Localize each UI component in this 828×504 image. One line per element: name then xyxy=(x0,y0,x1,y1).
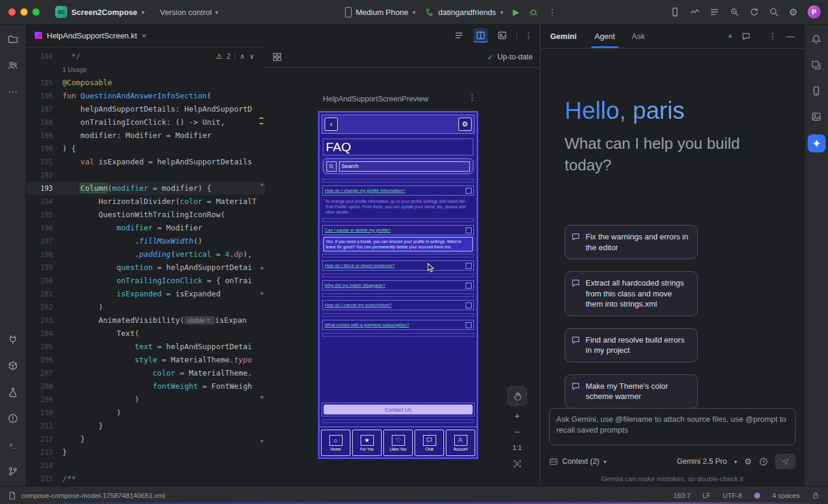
expand-icon[interactable] xyxy=(466,227,472,233)
new-chat-button[interactable]: + xyxy=(728,31,733,41)
context-selector[interactable]: Context (2) xyxy=(562,457,599,466)
minimize-window-button[interactable] xyxy=(20,8,28,16)
expand-icon[interactable] xyxy=(466,188,472,194)
faq-question[interactable]: How do I cancel my subscription? xyxy=(322,300,474,310)
code-line[interactable]: 215/** xyxy=(26,472,265,485)
code-line[interactable]: 186fun QuestionAndAnswerInfoSection( xyxy=(26,89,265,103)
code-line[interactable]: 203 AnimatedVisibility(visible = isExpan xyxy=(26,314,265,327)
code-line[interactable]: 212 } xyxy=(26,433,265,446)
preview-name[interactable]: HelpAndSupportScreenPreview xyxy=(323,95,428,103)
faq-question[interactable]: What comes with a premium subscription? xyxy=(322,320,474,330)
code-line[interactable]: 200 onTrailingIconClick = { onTrai xyxy=(26,274,265,287)
app-inspection-icon[interactable] xyxy=(730,7,739,17)
preview-options-icon[interactable]: ⋮ xyxy=(468,92,476,102)
terminal-tool-button[interactable]: >_ xyxy=(5,437,21,452)
nav-item-for-you[interactable]: ★For You xyxy=(352,430,382,456)
code-line[interactable]: 199 question = helpAndSupportDetai xyxy=(26,261,265,274)
phone-preview[interactable]: ‹ ⚙ FAQ Search How do I change my profil… xyxy=(318,111,478,459)
gemini-input[interactable]: Ask Gemini, use @filename to attach sour… xyxy=(549,408,796,445)
close-tab-icon[interactable]: × xyxy=(142,31,146,40)
design-view-button[interactable] xyxy=(495,28,509,43)
settings-gear-icon[interactable]: ⚙ xyxy=(789,7,797,18)
zoom-actual-size-button[interactable]: 1:1 xyxy=(512,441,521,454)
settings-gear-icon[interactable]: ⚙ xyxy=(458,118,472,131)
more-tool-windows-button[interactable]: ⋯ xyxy=(5,84,21,100)
project-tool-button[interactable] xyxy=(5,31,21,47)
device-selector[interactable]: Medium Phone ▾ xyxy=(345,7,415,17)
attach-context-icon[interactable] xyxy=(549,457,558,466)
preview-grid-icon[interactable] xyxy=(272,52,282,62)
warning-marker[interactable] xyxy=(259,118,263,119)
editor-options-icon[interactable]: ⋮ xyxy=(524,31,533,40)
encoding[interactable]: UTF-8 xyxy=(722,492,742,499)
scrollbar-marker[interactable] xyxy=(260,440,263,442)
code-editor[interactable]: 184 */1 Usage185@Composable186fun Questi… xyxy=(26,47,266,486)
gemini-more-icon[interactable]: ⋮ xyxy=(769,31,777,41)
contact-us-button[interactable]: Contact Us xyxy=(323,404,473,415)
zoom-window-button[interactable] xyxy=(32,8,40,16)
indent-setting[interactable]: 4 spaces xyxy=(772,492,800,499)
code-line[interactable]: 193 Column(modifier = modifier) { xyxy=(26,182,265,195)
warning-marker[interactable] xyxy=(259,123,263,124)
run-configuration-selector[interactable]: datingandfriends ▾ xyxy=(425,8,503,17)
nav-item-likes-you[interactable]: ♡Likes You xyxy=(383,430,413,456)
code-line[interactable]: 206 style = MaterialTheme.typo xyxy=(26,353,265,367)
resource-manager-tool-button[interactable] xyxy=(809,109,824,124)
code-line[interactable]: 192 xyxy=(26,169,265,182)
zoom-to-fit-button[interactable] xyxy=(513,457,521,470)
pull-requests-tool-button[interactable] xyxy=(5,58,21,73)
search-icon[interactable] xyxy=(769,7,779,17)
expand-icon[interactable] xyxy=(466,263,472,269)
more-actions-icon[interactable]: ⋮ xyxy=(548,7,556,17)
expand-icon[interactable] xyxy=(466,302,472,308)
chat-history-icon[interactable] xyxy=(742,32,751,41)
scrollbar-marker[interactable] xyxy=(260,292,263,295)
pan-tool-button[interactable] xyxy=(508,386,527,406)
user-avatar[interactable]: P xyxy=(808,5,821,19)
suggestion-card[interactable]: Extract all hardcoded strings from this … xyxy=(565,271,698,316)
device-explorer-tool-button[interactable] xyxy=(5,331,21,347)
running-devices-icon[interactable] xyxy=(670,7,680,17)
problems-tool-button[interactable] xyxy=(5,410,21,426)
code-line[interactable]: 198 .padding(vertical = 4.dp), xyxy=(26,248,265,261)
version-control-widget[interactable]: Version control ▾ xyxy=(160,8,218,17)
gemini-tool-button[interactable] xyxy=(808,134,826,152)
search-input[interactable]: Search xyxy=(339,161,470,172)
model-selector[interactable]: Gemini 2.5 Pro xyxy=(677,457,727,466)
gemini-settings-icon[interactable]: ⚙ xyxy=(744,457,752,466)
nav-item-chat[interactable]: Chat xyxy=(415,430,444,456)
profiler-icon[interactable] xyxy=(690,7,700,17)
close-window-button[interactable] xyxy=(8,8,16,16)
code-line[interactable]: 1 Usage xyxy=(26,63,265,76)
build-tool-button[interactable] xyxy=(5,358,21,373)
code-line[interactable]: 195 QuestionWithTrailingIconRow( xyxy=(26,208,265,221)
suggestion-card[interactable]: Make my Theme's color scheme warmer xyxy=(565,374,698,409)
hide-panel-button[interactable]: — xyxy=(786,31,794,41)
tab-agent[interactable]: Agent xyxy=(593,24,616,48)
prev-problem-button[interactable]: ∧ xyxy=(239,52,245,61)
send-button[interactable] xyxy=(775,454,796,469)
code-line[interactable]: 210 ) xyxy=(26,406,265,419)
next-problem-button[interactable]: ∨ xyxy=(249,52,254,61)
device-manager-tool-button[interactable] xyxy=(809,57,824,73)
code-line[interactable]: 194 HorizontalDivider(color = MaterialT xyxy=(26,195,265,208)
lock-icon[interactable] xyxy=(812,491,820,499)
scrollbar-marker[interactable] xyxy=(260,267,263,269)
faq-question[interactable]: Why did my match disappear? xyxy=(322,280,474,290)
zoom-out-button[interactable]: − xyxy=(515,425,520,438)
editor-tab[interactable]: HelpAndSupportScreen.kt × xyxy=(26,24,155,47)
line-ending[interactable]: LF xyxy=(703,492,710,499)
inspection-widget[interactable]: ⚠ 2 ∧ ∨ xyxy=(214,51,257,62)
expand-icon[interactable] xyxy=(466,322,472,328)
sync-project-icon[interactable] xyxy=(749,7,759,17)
debug-button[interactable] xyxy=(529,7,538,17)
running-devices-tool-button[interactable] xyxy=(809,83,824,98)
code-line[interactable]: 208 fontWeight = FontWeigh xyxy=(26,380,265,393)
nav-item-account[interactable]: Account xyxy=(446,430,475,456)
code-line[interactable]: 191 val isExpanded = helpAndSupportDetai… xyxy=(26,155,265,169)
code-line[interactable]: 202 ) xyxy=(26,301,265,314)
code-line[interactable]: 188 onTrailingIconClick: () -> Unit, xyxy=(26,116,265,129)
code-view-button[interactable] xyxy=(452,28,466,43)
code-line[interactable]: 189 modifier: Modifier = Modifier xyxy=(26,129,265,142)
suggestion-card[interactable]: Find and resolve build errors in my proj… xyxy=(565,328,698,362)
